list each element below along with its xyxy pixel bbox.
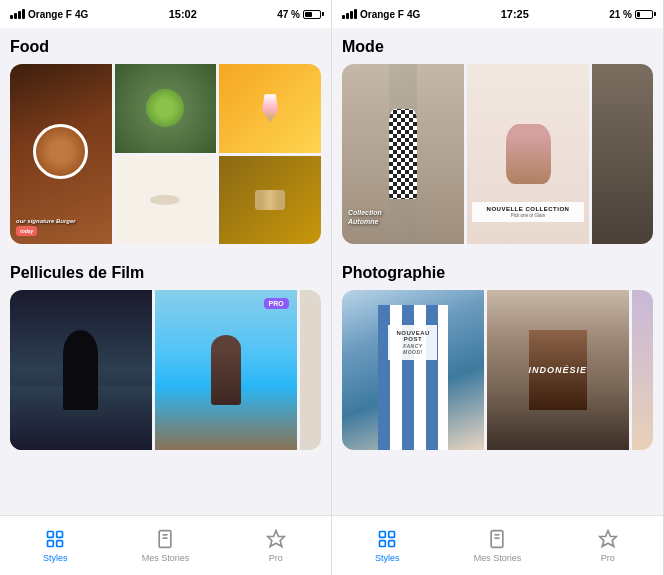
status-left: Orange F 4G	[10, 9, 88, 20]
fashion-dress	[389, 109, 417, 199]
photo-grid-strip	[632, 290, 653, 450]
pro-tab-icon	[265, 528, 287, 550]
pro-badge: PRO	[264, 298, 289, 309]
styles-icon-right	[376, 528, 398, 550]
svg-rect-2	[48, 541, 54, 547]
tab-label-mes-stories-right: Mes Stories	[474, 553, 522, 563]
film-grid-dark[interactable]	[10, 290, 152, 450]
film-grid: PRO	[10, 290, 321, 450]
food-description-text: our signature Burger	[16, 218, 76, 224]
film-title: Pellicules de Film	[10, 264, 321, 282]
tab-bar-right: Styles Mes Stories Pro	[332, 515, 663, 575]
food-grid-burger[interactable]: today our signature Burger	[10, 64, 112, 244]
network-label-right: 4G	[407, 9, 420, 20]
food-grid-plate[interactable]	[115, 156, 217, 245]
food-grid-salad[interactable]	[115, 64, 217, 153]
phone-panel-right: Orange F 4G 17:25 21 % Mode Collectio	[332, 0, 664, 575]
food-grid-icecream[interactable]	[219, 64, 321, 153]
collection-automne-text: CollectionAutomne	[348, 209, 382, 226]
photo-title: Photographie	[342, 264, 653, 282]
svg-rect-1	[57, 532, 63, 538]
phone-panel-left: Orange F 4G 15:02 47 % Food today our si…	[0, 0, 332, 575]
photo-grid-mountain[interactable]: INDONÉSIE	[487, 290, 629, 450]
food-section: Food today our signature Burger	[0, 28, 331, 244]
tab-label-styles-right: Styles	[375, 553, 400, 563]
tab-mes-stories-right[interactable]: Mes Stories	[442, 528, 552, 563]
signal-icon-right	[342, 9, 357, 19]
battery-icon	[303, 10, 321, 19]
svg-rect-3	[57, 541, 63, 547]
mes-stories-icon-right	[486, 528, 508, 550]
film-section: Pellicules de Film PRO	[0, 254, 331, 450]
indonesie-text: INDONÉSIE	[529, 365, 588, 375]
food-title: Food	[10, 38, 321, 56]
status-right-right: 21 %	[609, 9, 653, 20]
icecream-image	[262, 94, 278, 122]
burger-image	[33, 124, 88, 179]
status-bar-left: Orange F 4G 15:02 47 %	[0, 0, 331, 28]
tab-bar-left: Styles Mes Stories Pro	[0, 515, 331, 575]
svg-rect-9	[389, 532, 395, 538]
battery-icon-right	[635, 10, 653, 19]
mode-grid-item1[interactable]: CollectionAutomne	[342, 64, 464, 244]
tab-mes-stories-left[interactable]: Mes Stories	[110, 528, 220, 563]
mode-grid: CollectionAutomne NOUVELLE COLLECTION Pi…	[342, 64, 653, 244]
food-today-badge: today	[16, 226, 37, 236]
film-grid-sky[interactable]: PRO	[155, 290, 297, 450]
svg-rect-8	[380, 532, 386, 538]
stripes-bg: NOUVEAU POST fancy mood!	[378, 305, 448, 450]
nouveau-post-text: NOUVEAU POST	[396, 330, 429, 342]
person-shape	[506, 124, 551, 184]
tab-styles-left[interactable]: Styles	[0, 528, 110, 563]
network-label: 4G	[75, 9, 88, 20]
film-silhouette	[63, 330, 98, 410]
film-grid-strip	[300, 290, 321, 450]
photo-section: Photographie NOUVEAU POST fancy mood!	[332, 254, 663, 450]
battery-pct-label-right: 21 %	[609, 9, 632, 20]
status-bar-right: Orange F 4G 17:25 21 %	[332, 0, 663, 28]
nouveau-post-box: NOUVEAU POST fancy mood!	[388, 325, 437, 360]
mode-grid-strip	[592, 64, 653, 244]
mode-grid-item2[interactable]: NOUVELLE COLLECTION Pick one or Glam	[467, 64, 589, 244]
mode-section: Mode CollectionAutomne NOUVELLE	[332, 28, 663, 244]
nouvelle-collection-sub: Pick one or Glam	[476, 213, 580, 218]
svg-rect-10	[380, 541, 386, 547]
mes-stories-icon	[154, 528, 176, 550]
scroll-area-right[interactable]: Mode CollectionAutomne NOUVELLE	[332, 28, 663, 515]
pro-tab-icon-right	[597, 528, 619, 550]
styles-icon	[44, 528, 66, 550]
svg-rect-0	[48, 532, 54, 538]
carrier-label-right: Orange F	[360, 9, 404, 20]
mountain-base: INDONÉSIE	[529, 330, 588, 410]
photo-grid: NOUVEAU POST fancy mood! INDONÉSIE	[342, 290, 653, 450]
tab-styles-right[interactable]: Styles	[332, 528, 442, 563]
tab-label-styles-left: Styles	[43, 553, 68, 563]
mode-title: Mode	[342, 38, 653, 56]
fries-image	[255, 190, 285, 210]
tab-label-pro-left: Pro	[269, 553, 283, 563]
svg-marker-7	[267, 531, 284, 547]
signal-icon	[10, 9, 25, 19]
tab-label-pro-right: Pro	[601, 553, 615, 563]
time-display: 15:02	[169, 8, 197, 20]
svg-marker-15	[599, 531, 616, 547]
time-display-right: 17:25	[501, 8, 529, 20]
photo-grid-stripes[interactable]: NOUVEAU POST fancy mood!	[342, 290, 484, 450]
nouvelle-collection-badge: NOUVELLE COLLECTION Pick one or Glam	[472, 202, 584, 222]
film-person	[211, 335, 241, 405]
carrier-label: Orange F	[28, 9, 72, 20]
battery-pct-label: 47 %	[277, 9, 300, 20]
nouvelle-collection-text: NOUVELLE COLLECTION	[476, 206, 580, 212]
status-left-right: Orange F 4G	[342, 9, 420, 20]
status-right: 47 %	[277, 9, 321, 20]
scroll-area-left[interactable]: Food today our signature Burger	[0, 28, 331, 515]
tab-pro-right[interactable]: Pro	[553, 528, 663, 563]
mode-figure-container	[389, 64, 417, 244]
svg-rect-11	[389, 541, 395, 547]
food-grid-fries[interactable]	[219, 156, 321, 245]
tab-pro-left[interactable]: Pro	[221, 528, 331, 563]
food-grid: today our signature Burger	[10, 64, 321, 244]
salad-image	[146, 89, 184, 127]
nouveau-post-sub: fancy mood!	[396, 343, 429, 355]
tab-label-mes-stories-left: Mes Stories	[142, 553, 190, 563]
